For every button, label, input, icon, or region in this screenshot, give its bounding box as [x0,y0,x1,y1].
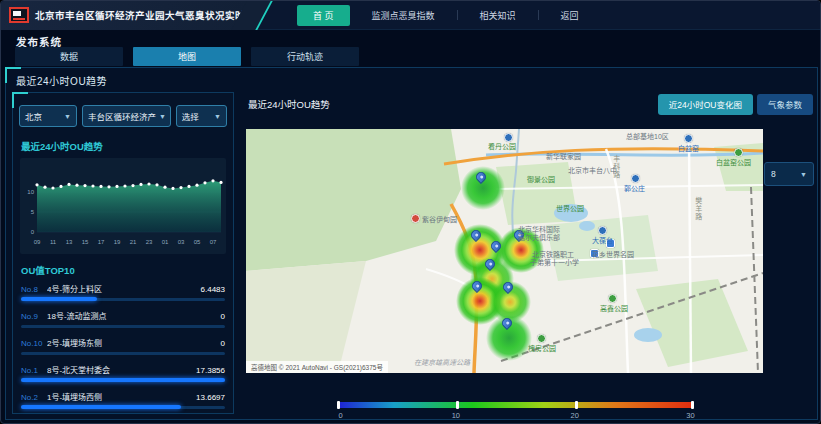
svg-text:23: 23 [146,239,153,245]
park-icon [608,294,617,303]
map-canvas[interactable]: 看丹公园 总部基地10区 新华联家园 御景公园 北京市丰台八中 世界公园 紫谷伊… [246,129,763,373]
svg-text:21: 21 [130,239,137,245]
svg-text:17: 17 [98,239,105,245]
district-select[interactable]: 丰台区循环经济产 ▼ [82,105,171,127]
map-road-label: 樊羊路 [694,197,702,221]
section-title: 最近24小时OU趋势 [16,73,107,88]
ou-bar-track [21,352,225,355]
left-panel: 北京 ▼ 丰台区循环经济产 ▼ 选择 ▼ 最近24小时OU趋势 [12,92,234,414]
map-place-label: 世界公园 [556,205,584,213]
map-panel-title: 最近24小时OU趋势 [248,97,330,111]
ou-bar-track [21,379,225,382]
park-icon [537,334,546,343]
chevron-down-icon: ▼ [64,113,71,120]
ou-list-item[interactable]: No.8 4号-筛分上料区 6.4483 [21,283,225,301]
map-place-label: 紫谷伊甸园 [422,216,457,224]
svg-text:5: 5 [31,209,35,215]
ou-color-gradient-bar [337,402,694,408]
ou-bar-fill [21,297,97,301]
ou-value: 13.6697 [196,393,225,402]
ou-bar-fill [21,378,225,382]
svg-text:10: 10 [27,189,34,195]
metro-station-icon [684,134,693,143]
trend-chart-title: 最近24小时OU趋势 [21,139,233,153]
chevron-down-icon: ▼ [159,113,166,120]
map-layer-value: 8 [771,169,776,179]
map-road-label: 丰科路 [612,155,620,179]
nav-divider [457,10,458,20]
site-select-value: 选择 [182,110,199,122]
scale-label: 20 [571,411,579,420]
dashboard-screen: 北京市丰台区循环经济产业园大气恶臭状况实时 首 页 监测点恶臭指数 相关知识 返… [0,0,821,424]
filter-selects: 北京 ▼ 丰台区循环经济产 ▼ 选择 ▼ [19,105,227,127]
map-attribution: 高德地图 © 2021 AutoNavi - GS(2021)6375号 [246,361,388,373]
ou-rank: No.1 [21,366,47,375]
district-select-value: 丰台区循环经济产 [88,110,156,122]
svg-text:0: 0 [31,229,35,235]
brand-area: 北京市丰台区循环经济产业园大气恶臭状况实时 [1,1,249,30]
view-tabs: 数据 地图 行动轨迹 [15,47,359,66]
ou-rank: No.10 [21,339,47,348]
ou-list-item[interactable]: No.9 18号-流动监测点 0 [21,310,225,328]
ou-bar-fill [21,405,181,409]
scale-label: 30 [686,411,694,420]
tab-map[interactable]: 地图 [133,47,241,66]
trend-area-chart: 0510091113151719212301030507 [20,160,226,248]
weather-params-button[interactable]: 气象参数 [757,94,813,115]
map-place-label: 总部基地10区 [626,133,669,141]
scale-label: 0 [338,411,342,420]
city-select[interactable]: 北京 ▼ [19,105,77,127]
scale-label: 10 [452,411,460,420]
metro-station-icon [598,226,607,235]
app-title: 北京市丰台区循环经济产业园大气恶臭状况实时 [35,8,245,22]
trend-chart-card: 0510091113151719212301030507 [20,158,226,254]
site-select[interactable]: 选择 ▼ [176,105,227,127]
scale-tick [337,401,340,409]
ou-site-label: 18号-流动监测点 [47,310,221,321]
nav-item-back[interactable]: 返回 [545,5,595,26]
app-logo-icon [9,7,29,23]
svg-text:15: 15 [82,239,89,245]
ou-rank: No.2 [21,393,47,402]
ou-value: 17.3856 [196,366,225,375]
map-place-label: 北京市丰台八中 [568,167,617,175]
map-place-label: 子弟第十一小学 [530,259,579,267]
ou-color-scale: 0 10 20 30 [337,402,694,421]
ou-site-label: 2号-填埋场东侧 [47,337,221,348]
nav-item-knowledge[interactable]: 相关知识 [464,5,532,26]
nav-divider [538,10,539,20]
ou-value: 0 [221,339,225,348]
city-select-value: 北京 [25,110,42,122]
svg-text:07: 07 [210,239,217,245]
ou-bar-track [21,325,225,328]
scale-tick [456,401,459,409]
metro-station-icon [631,174,640,183]
map-road-label: 在建京雄高速公路 [414,359,470,367]
svg-text:01: 01 [162,239,169,245]
ou-bar-track [21,298,225,301]
ou-top-title: OU值TOP10 [21,263,233,277]
ou-list-item[interactable]: No.2 1号-填埋场西侧 13.6697 [21,391,225,409]
map-place-label: 白盆窑 [678,145,699,153]
ou-list-item[interactable]: No.1 8号-北天堂村委会 17.3856 [21,364,225,382]
tab-track[interactable]: 行动轨迹 [251,47,359,66]
tab-data[interactable]: 数据 [15,47,123,66]
ou-change-map-button[interactable]: 近24小时OU变化图 [658,94,753,115]
ou-list-item[interactable]: No.10 2号-填埋场东侧 0 [21,337,225,355]
map-place-label: 北京铁路职工 [532,251,574,259]
park-icon [734,148,743,157]
svg-text:03: 03 [178,239,185,245]
scenic-spot-icon [411,214,420,223]
map-place-label: 北京华科国际 [518,226,560,234]
map-place-label: 大葆台 [592,237,613,245]
nav-item-home[interactable]: 首 页 [297,5,350,26]
ou-rank: No.9 [21,312,47,321]
ou-site-label: 1号-填埋场西侧 [47,391,196,402]
map-layer-select[interactable]: 8 ▼ [764,162,814,186]
nav-item-odor-index[interactable]: 监测点恶臭指数 [356,5,451,26]
map-place-label: 看丹公园 [488,143,516,151]
chevron-down-icon: ▼ [800,171,807,178]
scale-tick [691,401,694,409]
map-header: 最近24小时OU趋势 近24小时OU变化图 气象参数 [240,92,817,116]
map-place-label: 槐房公园 [528,345,556,353]
